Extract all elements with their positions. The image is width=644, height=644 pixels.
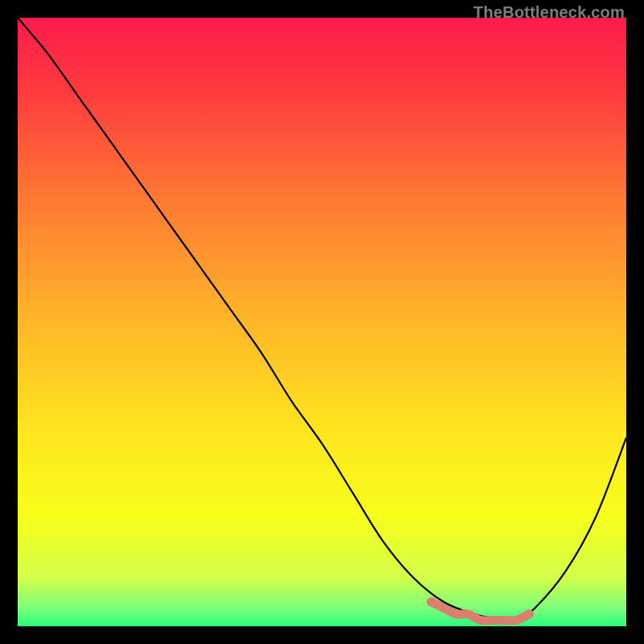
- optimal-zone-end-dot: [524, 609, 534, 619]
- watermark-text: TheBottleneck.com: [473, 3, 625, 22]
- optimal-zone-highlight: [431, 602, 529, 621]
- optimal-zone-start-dot: [427, 597, 436, 607]
- plot-area: [18, 18, 626, 626]
- bottleneck-curve: [18, 18, 626, 621]
- chart-curves: [18, 18, 626, 626]
- chart-container: TheBottleneck.com: [0, 0, 644, 644]
